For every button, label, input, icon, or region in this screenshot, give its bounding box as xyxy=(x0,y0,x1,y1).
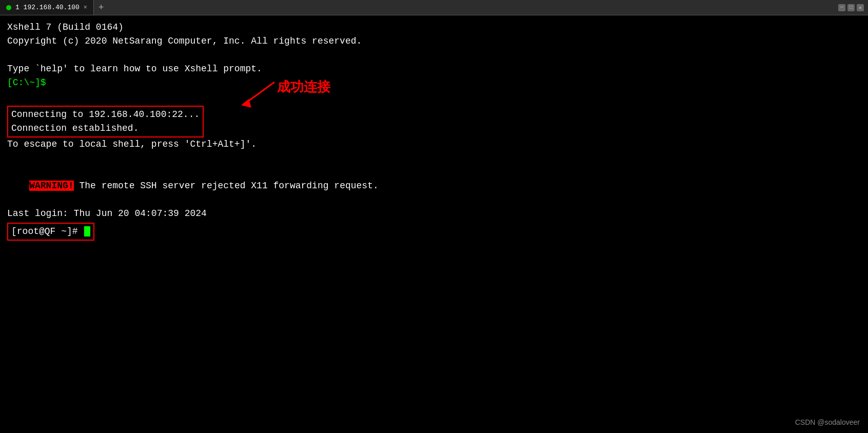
xshell-header-line2: Copyright (c) 2020 NetSarang Computer, I… xyxy=(7,34,861,48)
tab-close-button[interactable]: × xyxy=(84,4,87,11)
root-prompt-box: [root@QF ~]# xyxy=(7,223,94,241)
close-window-button[interactable]: ✕ xyxy=(857,4,864,11)
empty-line-3 xyxy=(7,151,861,165)
connecting-box: Connecting to 192.168.40.100:22... Conne… xyxy=(7,106,204,137)
watermark: CSDN @sodaloveer xyxy=(795,417,860,428)
connecting-line1: Connecting to 192.168.40.100:22... xyxy=(11,108,200,122)
warning-message: The remote SSH server rejected X11 forwa… xyxy=(74,181,379,191)
tab-session[interactable]: 1 192.168.40.100 × xyxy=(0,0,94,15)
escape-hint-line: To escape to local shell, press 'Ctrl+Al… xyxy=(7,137,861,151)
window-controls: ─ □ ✕ xyxy=(838,4,868,11)
prompt-area: [root@QF ~]# xyxy=(7,223,861,241)
warning-badge: WARNING! xyxy=(29,181,73,191)
empty-line-2 xyxy=(7,90,861,104)
tab-bar: 1 192.168.40.100 × + ─ □ ✕ xyxy=(0,0,868,15)
help-hint-line: Type `help' to learn how to use Xshell p… xyxy=(7,62,861,76)
local-prompt-line: [C:\~]$ xyxy=(7,76,861,90)
maximize-button[interactable]: □ xyxy=(847,4,855,11)
root-prompt-text: [root@QF ~]# xyxy=(11,226,83,237)
new-tab-button[interactable]: + xyxy=(94,0,108,15)
last-login-line: Last login: Thu Jun 20 04:07:39 2024 xyxy=(7,207,861,221)
warning-line: WARNING! The remote SSH server rejected … xyxy=(7,165,861,207)
cursor-block xyxy=(84,226,90,237)
empty-line-1 xyxy=(7,48,861,62)
tab-status-dot xyxy=(6,5,11,10)
minimize-button[interactable]: ─ xyxy=(838,4,845,11)
terminal-area[interactable]: Xshell 7 (Build 0164) Copyright (c) 2020… xyxy=(0,15,868,433)
tab-label: 1 192.168.40.100 xyxy=(15,4,80,11)
connecting-line2: Connection established. xyxy=(11,122,200,135)
xshell-header-line1: Xshell 7 (Build 0164) xyxy=(7,21,861,34)
